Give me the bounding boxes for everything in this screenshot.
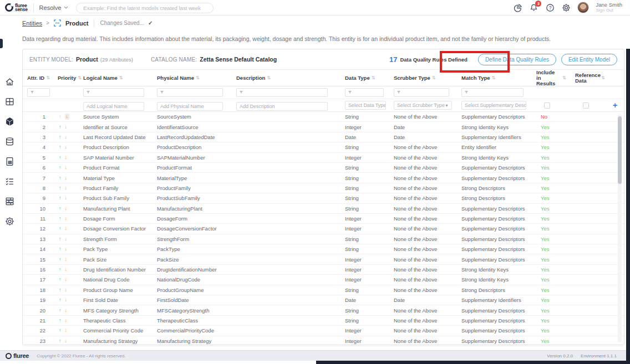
move-down-arrow[interactable]: ↓: [65, 216, 68, 222]
filter-data-type[interactable]: [345, 88, 384, 97]
sort-icon[interactable]: ⇅: [601, 75, 605, 81]
sort-icon[interactable]: ⇅: [492, 75, 496, 81]
fluree-sense-logo[interactable]: fluree sense: [0, 3, 28, 12]
move-up-arrow[interactable]: ↑: [59, 287, 62, 293]
col-header-description[interactable]: Description⇅: [232, 75, 341, 81]
move-up-arrow[interactable]: ↑: [59, 297, 62, 303]
sidebar-item-data-sets[interactable]: [4, 196, 14, 206]
filter-description[interactable]: [236, 88, 328, 97]
user-avatar[interactable]: [577, 2, 589, 13]
filter-match-type[interactable]: [461, 88, 524, 97]
sort-icon[interactable]: ⇅: [267, 75, 271, 81]
col-header-priority[interactable]: Priority⇅: [53, 75, 79, 81]
move-down-arrow[interactable]: ↓: [65, 266, 68, 273]
sort-icon[interactable]: ⇅: [562, 75, 566, 81]
col-header-include-in-results[interactable]: Include in Results⇅: [532, 70, 571, 86]
sort-icon[interactable]: ⇅: [196, 75, 200, 81]
move-up-arrow[interactable]: ↑: [59, 307, 62, 314]
col-header-match-type[interactable]: Match Type⇅: [457, 75, 532, 81]
sort-icon[interactable]: ⇅: [119, 75, 123, 81]
analytics-pie-icon[interactable]: [513, 3, 522, 12]
col-header-attr-id[interactable]: Attr. ID⇅: [23, 75, 53, 81]
select-scrubber-type-dropdown[interactable]: Select Scrubber Type▼: [394, 101, 452, 110]
move-down-arrow[interactable]: ↓: [65, 276, 68, 283]
move-down-arrow[interactable]: ↓: [65, 134, 68, 140]
move-down-arrow[interactable]: ↓: [65, 185, 68, 191]
edit-entity-model-button[interactable]: Edit Entity Model: [561, 54, 617, 65]
sidebar-item-apps-grid[interactable]: [4, 96, 14, 106]
move-up-arrow[interactable]: ↑: [59, 175, 62, 181]
sidebar-item-tasks-checklist[interactable]: [4, 176, 14, 186]
resolve-dropdown[interactable]: Resolve: [39, 4, 69, 11]
move-down-arrow[interactable]: ↓: [65, 297, 68, 303]
col-header-physical-name[interactable]: Physical Name⇅: [153, 75, 232, 81]
sidebar-item-data-sources[interactable]: [4, 136, 14, 146]
select-data-type-dropdown[interactable]: Select Data Type▼: [345, 101, 386, 110]
col-header-logical-name[interactable]: Logical Name⇅: [79, 75, 153, 81]
sign-out-link[interactable]: Sign Out: [596, 8, 622, 13]
sidebar-item-home[interactable]: [4, 76, 14, 86]
sidebar-item-documents[interactable]: [4, 156, 14, 166]
move-up-arrow[interactable]: ↑: [59, 225, 62, 232]
notifications-bell-icon[interactable]: 3: [529, 3, 538, 12]
move-down-arrow[interactable]: ↓: [65, 338, 68, 344]
table-scrollbar-thumb[interactable]: [618, 116, 622, 184]
move-up-arrow[interactable]: ↑: [59, 246, 62, 252]
move-up-arrow[interactable]: ↑: [59, 276, 62, 283]
add-logical-name-input[interactable]: [83, 102, 144, 111]
sort-icon[interactable]: ⇅: [46, 75, 50, 81]
sort-icon[interactable]: ⇅: [372, 75, 375, 81]
move-up-arrow[interactable]: ↑: [59, 185, 62, 191]
move-down-arrow[interactable]: ↓: [65, 307, 68, 314]
sort-icon[interactable]: ⇅: [432, 75, 436, 81]
move-down-arrow[interactable]: ↓: [65, 124, 68, 130]
move-up-arrow[interactable]: ↑: [59, 206, 62, 212]
move-down-arrow[interactable]: ↓: [65, 225, 68, 232]
move-down-arrow[interactable]: ↓: [65, 246, 68, 252]
move-up-arrow[interactable]: ↑: [59, 195, 62, 201]
add-description-input[interactable]: [236, 102, 328, 111]
move-up-arrow[interactable]: ↑: [59, 134, 62, 140]
sidebar-item-settings[interactable]: [4, 216, 14, 226]
add-attribute-button[interactable]: +: [608, 101, 622, 110]
table-scrollbar-track[interactable]: [618, 114, 622, 342]
move-up-arrow[interactable]: ↑: [59, 155, 62, 161]
reference-data-checkbox[interactable]: [583, 102, 589, 109]
move-up-arrow[interactable]: ↑: [59, 338, 62, 344]
filter-attr-id[interactable]: [27, 88, 50, 97]
move-down-arrow[interactable]: ↓: [65, 257, 68, 263]
col-header-data-type[interactable]: Data Type⇅: [341, 75, 389, 81]
add-physical-name-input[interactable]: [157, 102, 223, 111]
move-down-arrow[interactable]: ↓: [65, 195, 68, 201]
move-up-arrow[interactable]: ↑: [59, 114, 62, 120]
move-up-arrow[interactable]: ↑: [59, 257, 62, 263]
filter-logical-name[interactable]: [83, 88, 144, 97]
move-up-arrow[interactable]: ↑: [59, 266, 62, 273]
move-up-arrow[interactable]: ↑: [59, 124, 62, 130]
col-header-scrubber-type[interactable]: Scrubber Type⇅: [389, 75, 457, 81]
move-down-arrow[interactable]: ↓: [65, 327, 68, 334]
move-down-arrow[interactable]: ↓: [65, 317, 68, 324]
move-up-arrow[interactable]: ↑: [59, 236, 62, 242]
include-in-results-checkbox[interactable]: [544, 102, 550, 109]
move-up-arrow[interactable]: ↑: [59, 327, 62, 334]
col-header-reference-data[interactable]: Reference Data⇅: [571, 73, 608, 84]
move-down-arrow[interactable]: ↓: [65, 206, 68, 212]
move-up-arrow[interactable]: ↑: [59, 165, 62, 171]
help-icon[interactable]: ?: [545, 3, 555, 12]
move-down-arrow[interactable]: ↓: [65, 287, 68, 293]
move-down-arrow[interactable]: ↓: [65, 175, 68, 181]
move-down-arrow[interactable]: ↓: [65, 165, 68, 171]
search-input[interactable]: [76, 3, 214, 13]
filter-scrubber-type[interactable]: [394, 88, 449, 97]
select-match-type-dropdown[interactable]: Select Supplementary Desc.▼: [461, 101, 526, 110]
move-down-arrow[interactable]: ↓: [65, 114, 70, 120]
define-data-quality-rules-button[interactable]: Define Data Quality Rules: [478, 54, 556, 65]
breadcrumb-entities-link[interactable]: Entities: [22, 20, 42, 27]
move-up-arrow[interactable]: ↑: [59, 317, 62, 324]
move-down-arrow[interactable]: ↓: [65, 236, 68, 242]
filter-physical-name[interactable]: [157, 88, 223, 97]
sidebar-item-product-models[interactable]: [4, 116, 14, 126]
settings-gear-icon[interactable]: [561, 3, 571, 12]
move-down-arrow[interactable]: ↓: [65, 144, 68, 150]
